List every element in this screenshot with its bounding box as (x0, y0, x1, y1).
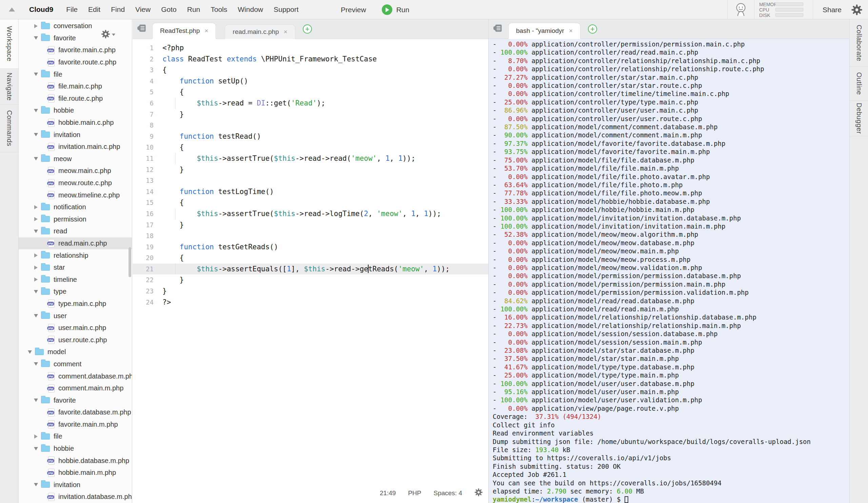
tree-folder-relationship[interactable]: relationship (19, 249, 132, 261)
code-line-10[interactable]: 10 { (133, 142, 488, 153)
tree-folder-timeline[interactable]: timeline (19, 273, 132, 286)
dock-tab-outline[interactable]: Outline (850, 67, 868, 101)
code-line-13[interactable]: 13 (133, 175, 488, 186)
tree-file-favorite.database.m.php[interactable]: favorite.database.m.php (19, 406, 132, 419)
tree-folder-meow[interactable]: meow (19, 153, 132, 165)
indent-setting[interactable]: Spaces: 4 (434, 490, 463, 497)
tree-folder-model[interactable]: model (19, 346, 132, 358)
tree-folder-hobbie[interactable]: hobbie (19, 104, 132, 117)
dock-tab-workspace[interactable]: Workspace (0, 19, 18, 69)
tree-file-invitation.main.c.php[interactable]: invitation.main.c.php (19, 141, 132, 153)
close-icon[interactable]: × (284, 28, 288, 35)
tree-file-user.route.c.php[interactable]: user.route.c.php (19, 334, 132, 346)
tree-file-hobbie.main.c.php[interactable]: hobbie.main.c.php (19, 117, 132, 129)
tab-readtest-php[interactable]: ReadTest.php × (152, 23, 216, 39)
new-tab-button[interactable]: + (303, 24, 312, 33)
code-line-18[interactable]: 18 (133, 230, 488, 242)
code-line-9[interactable]: 9 function testRead() (133, 131, 488, 142)
tree-folder-star[interactable]: star (19, 261, 132, 274)
menu-support[interactable]: Support (273, 6, 299, 13)
code-line-21[interactable]: 21 $this->assertEquals([1], $this->read-… (133, 264, 488, 275)
code-line-19[interactable]: 19 function testGetReads() (133, 242, 488, 253)
tree-file-meow.timeline.c.php[interactable]: meow.timeline.c.php (19, 189, 132, 201)
share-button[interactable]: Share (823, 6, 841, 14)
tab-read-main-c-php[interactable]: read.main.c.php × (225, 24, 295, 39)
tree-folder-invitation[interactable]: invitation (19, 129, 132, 141)
code-line-2[interactable]: 2class ReadTest extends \PHPUnit_Framewo… (133, 54, 488, 65)
tree-folder-file[interactable]: file (19, 430, 132, 443)
gear-icon[interactable] (851, 4, 862, 16)
menu-run[interactable]: Run (187, 6, 200, 13)
tree-folder-permission[interactable]: permission (19, 213, 132, 226)
tree-folder-notification[interactable]: notification (19, 201, 132, 213)
tree-file-favorite.main.m.php[interactable]: favorite.main.m.php (19, 419, 132, 431)
tree-file-favorite.route.c.php[interactable]: favorite.route.c.php (19, 56, 132, 69)
code-line-6[interactable]: 6 $this->read = DI::get('Read'); (133, 98, 488, 109)
code-editor[interactable]: 1<?php2class ReadTest extends \PHPUnit_F… (133, 39, 488, 503)
tree-file-read.main.c.php[interactable]: read.main.c.php (19, 237, 132, 250)
dock-tab-collaborate[interactable]: Collaborate (850, 19, 868, 67)
menu-file[interactable]: File (66, 6, 78, 13)
tree-file-comment.database.m.php[interactable]: comment.database.m.php (19, 370, 132, 382)
code-line-7[interactable]: 7 } (133, 109, 488, 120)
tab-list-icon[interactable] (493, 24, 503, 34)
avatar-icon[interactable] (734, 3, 747, 17)
menu-window[interactable]: Window (238, 6, 263, 13)
code-line-17[interactable]: 17 } (133, 219, 488, 230)
close-icon[interactable]: × (205, 27, 208, 34)
tree-file-comment.main.m.php[interactable]: comment.main.m.php (19, 382, 132, 394)
tree-folder-invitation[interactable]: invitation (19, 479, 132, 491)
tree-folder-hobbie[interactable]: hobbie (19, 443, 132, 455)
code-line-1[interactable]: 1<?php (133, 42, 488, 54)
code-line-11[interactable]: 11 $this->assertTrue($this->read->read('… (133, 153, 488, 164)
code-line-23[interactable]: 23} (133, 286, 488, 297)
menu-goto[interactable]: Goto (161, 6, 177, 13)
tree-file-type.main.c.php[interactable]: type.main.c.php (19, 298, 132, 310)
menu-view[interactable]: View (135, 6, 151, 13)
cloud9-logo[interactable]: Cloud9 (29, 6, 53, 13)
code-line-16[interactable]: 16 $this->assertTrue($this->read->logTim… (133, 208, 488, 219)
new-terminal-button[interactable]: + (588, 24, 597, 33)
tree-folder-file[interactable]: file (19, 68, 132, 80)
dock-tab-navigate[interactable]: Navigate (0, 69, 18, 105)
code-line-12[interactable]: 12 } (133, 164, 488, 175)
tree-file-invitation.database.m.php[interactable]: invitation.database.m.php (19, 491, 132, 503)
tree-file-file.main.c.php[interactable]: file.main.c.php (19, 80, 132, 93)
tree-scrollbar-thumb[interactable] (128, 247, 131, 277)
editor-settings-gear-icon[interactable] (474, 488, 483, 498)
dock-tab-commands[interactable]: Commands (0, 105, 18, 152)
code-line-20[interactable]: 20 { (133, 252, 488, 264)
tree-folder-favorite[interactable]: favorite (19, 394, 132, 406)
code-line-24[interactable]: 24?> (133, 297, 488, 308)
tab-list-icon[interactable] (137, 24, 147, 34)
tree-folder-comment[interactable]: comment (19, 358, 132, 370)
code-line-4[interactable]: 4 function setUp() (133, 76, 488, 87)
tree-file-user.main.c.php[interactable]: user.main.c.php (19, 322, 132, 334)
tree-folder-type[interactable]: type (19, 286, 132, 298)
project-settings-gear-icon[interactable] (101, 30, 115, 40)
code-line-22[interactable]: 22 } (133, 274, 488, 286)
tree-folder-read[interactable]: read (19, 225, 132, 237)
tree-file-hobbie.main.m.php[interactable]: hobbie.main.m.php (19, 467, 132, 479)
code-line-8[interactable]: 8 (133, 120, 488, 131)
menu-tools[interactable]: Tools (210, 6, 227, 13)
code-line-5[interactable]: 5 { (133, 86, 488, 98)
syntax-mode[interactable]: PHP (408, 490, 421, 497)
terminal-output[interactable]: - 0.00% application/controller/permissio… (488, 39, 849, 503)
close-icon[interactable]: × (569, 27, 573, 34)
tree-file-file.route.c.php[interactable]: file.route.c.php (19, 93, 132, 105)
tree-file-favorite.main.c.php[interactable]: favorite.main.c.php (19, 44, 132, 56)
menu-find[interactable]: Find (111, 6, 125, 13)
tab-bash-terminal[interactable]: bash - "yamiodyr × (508, 23, 580, 39)
tree-file-hobbie.database.m.php[interactable]: hobbie.database.m.php (19, 454, 132, 467)
collapse-menubar-icon[interactable] (9, 8, 15, 11)
dock-tab-debugger[interactable]: Debugger (850, 101, 868, 136)
menu-edit[interactable]: Edit (88, 6, 100, 13)
preview-button[interactable]: Preview (341, 6, 366, 14)
tree-folder-user[interactable]: user (19, 310, 132, 322)
run-button[interactable]: Run (382, 4, 410, 15)
code-line-3[interactable]: 3{ (133, 64, 488, 76)
cursor-position[interactable]: 21:49 (380, 490, 396, 497)
code-line-15[interactable]: 15 { (133, 197, 488, 208)
tree-file-meow.route.c.php[interactable]: meow.route.c.php (19, 177, 132, 189)
